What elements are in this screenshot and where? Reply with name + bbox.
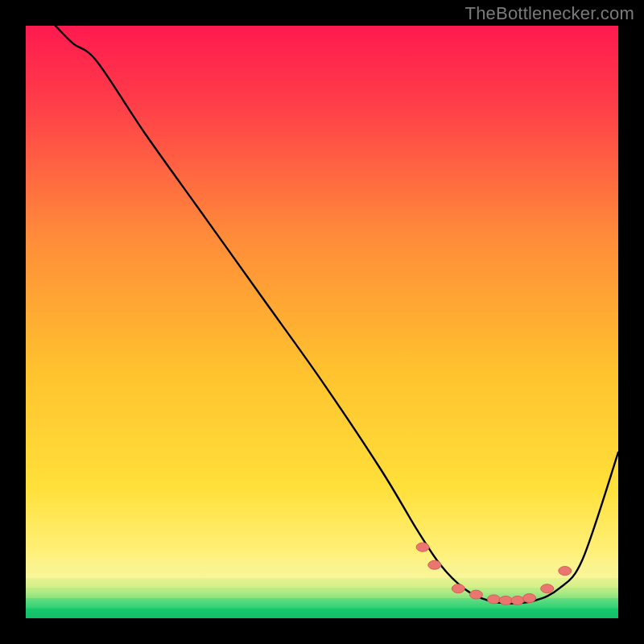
- plot-area: [26, 26, 618, 618]
- data-dot: [523, 594, 536, 603]
- data-dot: [416, 543, 429, 551]
- svg-rect-4: [26, 609, 618, 619]
- data-dot: [487, 595, 500, 604]
- data-dot: [428, 560, 441, 569]
- chart-frame: TheBottleneckеr.com: [0, 0, 644, 644]
- svg-rect-0: [26, 568, 618, 579]
- data-dot: [511, 596, 524, 605]
- data-dot: [559, 567, 572, 576]
- data-dot: [452, 584, 464, 593]
- data-dot: [499, 596, 512, 605]
- gradient-bg: [26, 26, 618, 618]
- chart-svg: [26, 26, 618, 618]
- svg-rect-1: [26, 578, 618, 589]
- data-dot: [469, 590, 482, 599]
- watermark-text: TheBottleneckеr.com: [465, 3, 634, 24]
- green-bands: [26, 568, 618, 618]
- data-dot: [541, 584, 554, 593]
